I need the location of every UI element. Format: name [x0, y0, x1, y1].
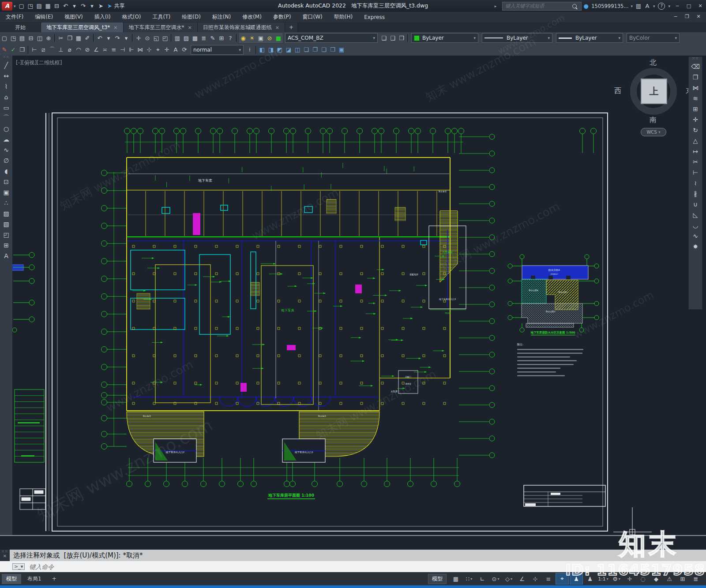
extend-icon[interactable]: ⊢	[690, 167, 701, 178]
close-button[interactable]: ✕	[695, 2, 706, 11]
dim-space-icon[interactable]: ⊩	[127, 45, 136, 54]
help-icon[interactable]: ?	[226, 34, 235, 42]
wcs-dropdown[interactable]: WCS▾	[641, 128, 666, 136]
ortho-icon[interactable]: ∟	[476, 573, 488, 584]
dim-quick-icon[interactable]: ≍	[101, 45, 109, 54]
print-preview-icon[interactable]: ◫	[35, 34, 44, 42]
share-label[interactable]: 共享	[114, 2, 125, 10]
join-icon[interactable]: ∪	[690, 199, 701, 210]
lineweight-dropdown[interactable]: ByLayer▾	[556, 33, 623, 43]
move-icon[interactable]: ✛	[690, 114, 701, 125]
command-line[interactable]: >_▾	[0, 561, 706, 572]
dim-radius-icon[interactable]: ⌀	[65, 45, 74, 54]
menu-item-4[interactable]: 插入(I)	[89, 12, 116, 22]
make-block-icon[interactable]: ▣	[1, 187, 11, 198]
menu-item-3[interactable]: 视图(V)	[59, 12, 89, 22]
selection-cycling-icon[interactable]: ⌖	[556, 573, 569, 584]
annotation-scale-icon[interactable]: 1:1▾	[597, 573, 609, 584]
file-tab-3[interactable]: 日照市某装饰家居城暖通图纸×	[198, 22, 285, 32]
menu-item-2[interactable]: 编辑(E)	[29, 12, 59, 22]
command-grip[interactable]: ⁙⁙	[0, 550, 10, 554]
offset-icon[interactable]: ≋	[690, 93, 701, 104]
array-icon[interactable]: ⊞	[690, 104, 701, 114]
redo-drop-icon[interactable]: ▾	[88, 2, 97, 11]
menu-item-1[interactable]: 文件(F)	[0, 12, 29, 22]
cut-icon[interactable]: ✂	[56, 34, 65, 42]
layer-thaw-icon[interactable]: ☀	[248, 34, 256, 42]
dimstyle-icon[interactable]: ⟊	[245, 45, 254, 54]
layer-dropdown[interactable]: ACS_COM_BZ▾	[285, 33, 378, 43]
workspace-switching-icon[interactable]: ⚙▾	[610, 573, 623, 584]
redo-dd-icon[interactable]: ▾	[122, 34, 131, 42]
blend-curves-icon[interactable]: ∿	[690, 231, 701, 241]
menu-item-10[interactable]: 参数(P)	[267, 12, 297, 22]
rotate-icon[interactable]: ↻	[690, 125, 701, 135]
app-logo[interactable]: A	[2, 2, 12, 11]
cad-drawing[interactable]: 地下车库 地下车库 汽车坡道 地下车库出入口3 7500 地下车库出入口2 地下…	[12, 56, 706, 535]
tool-palettes-icon[interactable]: ▩	[191, 34, 199, 42]
layer-on-icon[interactable]: ◉	[239, 34, 248, 42]
search-expand-caret[interactable]: ▸	[495, 4, 497, 8]
rectangle-icon[interactable]: ▭	[1, 102, 11, 113]
isodraft-icon[interactable]: ◇▾	[503, 573, 515, 584]
stretch-icon[interactable]: ↦	[690, 146, 701, 157]
region-icon[interactable]: ◰	[1, 229, 11, 240]
tab-layout1[interactable]: 布局1	[23, 574, 46, 584]
sheetset-manager-icon[interactable]: ≣	[199, 34, 208, 42]
zoom-realtime-icon[interactable]: ⊙	[143, 34, 152, 42]
paste-icon[interactable]: ▦	[74, 34, 83, 42]
isolate-objects-icon[interactable]: ◌	[637, 573, 649, 584]
quickcalc-icon[interactable]: ⊞	[217, 34, 226, 42]
mirror-icon[interactable]: ⋈	[690, 82, 701, 93]
doc-restore-button[interactable]: ❐	[681, 12, 693, 21]
account-label[interactable]: 1505999135...	[591, 3, 628, 9]
explode-icon[interactable]: ✸	[690, 241, 701, 252]
menu-item-13[interactable]: Express	[358, 12, 391, 22]
minimize-button[interactable]: ─	[672, 2, 683, 11]
maximize-button[interactable]: □	[683, 2, 695, 11]
zoom-window-icon[interactable]: ◱	[152, 34, 161, 42]
layer-frame-icon[interactable]: ▣	[256, 34, 265, 42]
dim-break-icon[interactable]: ⋈	[136, 45, 145, 54]
extrude-faces-icon[interactable]: ◪	[284, 45, 293, 54]
object-snap-tracking-icon[interactable]: ∠	[516, 573, 528, 584]
tolerance-icon[interactable]: ⊹	[145, 45, 154, 54]
tab-add-layout[interactable]: +	[48, 574, 61, 583]
spline-icon[interactable]: ∿	[1, 145, 11, 155]
command-prompt-icon[interactable]: >_▾	[12, 563, 25, 570]
copy-icon[interactable]: ❐	[690, 72, 701, 82]
account-caret[interactable]: ▾	[631, 4, 633, 8]
insert-block-icon[interactable]: ⊡	[1, 176, 11, 187]
menu-item-11[interactable]: 窗口(W)	[297, 12, 328, 22]
clean-screen-icon[interactable]: ⊞	[676, 573, 689, 584]
rotate-faces-icon[interactable]: ❑	[319, 45, 328, 54]
print-icon[interactable]: ⊟	[53, 2, 61, 11]
file-tab-add[interactable]: +	[285, 22, 298, 32]
layer-previous-icon[interactable]: ❏	[379, 34, 388, 42]
file-tab-close-icon[interactable]: ×	[113, 25, 117, 30]
graphics-performance-icon[interactable]: ◆	[650, 573, 662, 584]
dim-update-icon[interactable]: ⟳	[180, 45, 189, 54]
autodesk-caret[interactable]: ▾	[653, 4, 655, 8]
menu-item-7[interactable]: 绘图(D)	[176, 12, 207, 22]
redo-icon[interactable]: ↷	[79, 2, 88, 11]
redo-icon[interactable]: ↷	[113, 34, 122, 42]
union-icon[interactable]: ◧	[258, 45, 267, 54]
polygon-icon[interactable]: ⌂	[1, 92, 11, 102]
match-properties-icon[interactable]: ✐	[83, 34, 92, 42]
menu-item-12[interactable]: 帮助(H)	[328, 12, 358, 22]
color-dropdown[interactable]: ByLayer▾	[411, 33, 478, 43]
share-arrow-icon[interactable]: ➤	[97, 2, 105, 11]
help-caret[interactable]: ▾	[668, 4, 670, 8]
layer-states-icon[interactable]: ❑	[388, 34, 397, 42]
autodesk-a-icon[interactable]: A	[643, 2, 652, 11]
layer-translate-icon[interactable]: ❒	[397, 34, 406, 42]
subtract-icon[interactable]: ◨	[267, 45, 275, 54]
center-mark-icon[interactable]: ⌖	[154, 45, 162, 54]
break-at-point-icon[interactable]: ≀	[690, 178, 701, 188]
dim-arc-length-icon[interactable]: ⌒	[48, 45, 56, 54]
scale-icon[interactable]: △	[690, 135, 701, 146]
hatch-icon[interactable]: ▨	[1, 208, 11, 219]
dim-aligned-icon[interactable]: ⧄	[39, 45, 48, 54]
circle-icon[interactable]: ○	[1, 124, 11, 134]
